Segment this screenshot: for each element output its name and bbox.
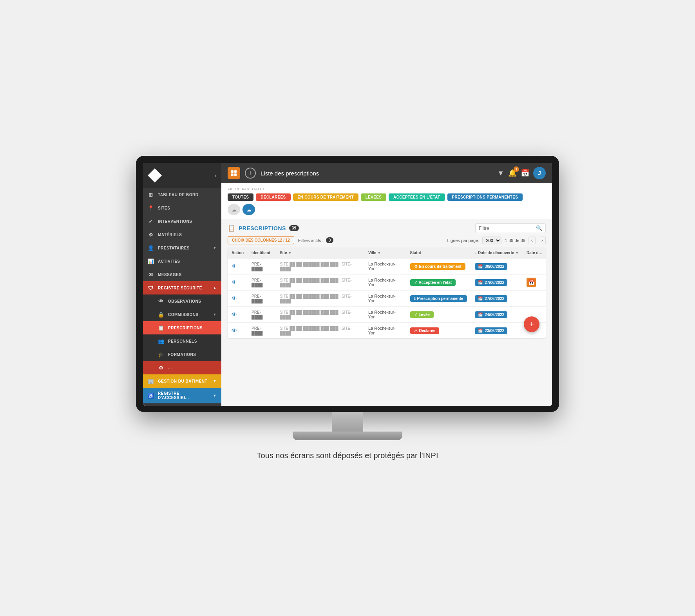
sidebar-item-formations[interactable]: 🎓 FORMATIONS [143,348,221,361]
grid-view-btn[interactable]: ☁ [243,204,255,215]
sort-icon: ▼ [288,251,291,255]
action-cell: 👁 [228,258,248,275]
ville-text: La Roche-sur-Yon [368,310,396,319]
monitor-screen: ‹ ⊞ TABLEAU DE BORD 📍 SITES ✓ INTERVENTI… [143,163,552,406]
date-decouverte-cell: 📅 30/06/2022 [471,258,523,275]
sidebar-item-autre[interactable]: ⚙ ... [143,361,221,374]
date-badge: 📅 30/06/2022 [475,263,507,270]
filter-en-cours[interactable]: EN COURS DE TRAITEMENT [293,193,358,201]
section-label: GESTION DU BÂTIMENT [158,379,207,383]
action-cell: 👁 [228,275,248,291]
sidebar-item-sites[interactable]: 📍 SITES [143,201,221,215]
site-cell: SITE ██ ██ ██████ ███ ███ | SITE-████ [276,307,364,323]
grid-menu-button[interactable] [228,167,240,179]
status-icon: ⚠ [414,329,418,333]
date-decouverte-cell: 📅 27/06/2022 [471,291,523,307]
sidebar-section-registre-securite[interactable]: 🛡 REGISTRE SÉCURITÉ ▲ [143,281,221,294]
prev-page-btn[interactable]: ‹ [528,237,536,244]
registre-icon: 🛡 [148,285,154,291]
ville-cell: La Roche-sur-Yon [364,323,406,339]
sidebar-label: PRESTATAIRES [158,246,190,250]
per-page-select[interactable]: 200 [482,237,501,244]
date-badge: 📅 27/06/2022 [475,279,507,286]
filter-icon[interactable]: ▼ [497,169,504,177]
filter-toutes[interactable]: TOUTES [228,193,253,201]
columns-chooser-button[interactable]: CHOIX DES COLONNES 12 / 12 [228,236,294,244]
table-title: 📋 PRESCRIPTIONS 39 [228,224,299,232]
monitor-stand-base [293,432,402,440]
sidebar-label: SITES [158,206,170,210]
filter-permanentes[interactable]: PRESCRIPTIONS PERMANENTES [447,193,523,201]
activites-icon: 📊 [148,258,154,264]
sidebar-item-tableau-de-bord[interactable]: ⊞ TABLEAU DE BORD [143,188,221,201]
per-page-label: Lignes par page: [447,238,479,243]
section-label: REGISTRE SÉCURITÉ [158,286,202,290]
statut-cell: ⚙ En cours de traitement [406,258,471,275]
ville-cell: La Roche-sur-Yon [364,258,406,275]
search-input[interactable] [479,226,534,231]
sidebar-item-prestataires[interactable]: 👤 PRESTATAIRES ▼ [143,241,221,255]
date-decouverte-cell: 📅 27/06/2022 [471,275,523,291]
status-badge: ⚙ En cours de traitement [410,263,465,270]
fab-add-button[interactable]: + [524,316,539,332]
calendar-icon: 📅 [478,329,483,333]
filter-declarees[interactable]: DÉCLARÉES [256,193,290,201]
status-icon: ℹ [414,296,416,301]
sidebar-label: FORMATIONS [168,352,196,357]
ville-text: La Roche-sur-Yon [368,326,396,335]
user-avatar[interactable]: J [533,167,546,179]
sidebar-item-personnels[interactable]: 👥 PERSONNELS [143,334,221,348]
identifiant-text: PRE-████ [252,326,262,335]
status-icon: ✓ [414,280,417,285]
prescriptions-doc-icon: 📋 [228,224,235,232]
view-row-btn[interactable]: 👁 [232,279,237,285]
prestataires-icon: 👤 [148,245,154,251]
sidebar-collapse-btn[interactable]: ‹ [215,172,217,179]
list-view-btn[interactable]: ☁ [228,204,240,215]
search-box: 🔍 [475,223,546,233]
table-row: 👁 PRE-████ SITE ██ ██ ██████ ███ ███ | S… [228,307,546,323]
personnels-icon: 👥 [158,338,164,344]
accessibilite-icon: ♿ [148,392,154,399]
logo-icon [148,168,162,182]
filter-acceptees[interactable]: ACCEPTÉES EN L'ÉTAT [389,193,445,201]
identifiant-cell: PRE-████ [248,275,276,291]
sidebar-item-prescriptions[interactable]: 📋 PRESCRIPTIONS [143,321,221,334]
view-row-btn[interactable]: 👁 [232,263,237,269]
table-controls: CHOIX DES COLONNES 12 / 12 Filtres actif… [228,236,546,244]
ville-text: La Roche-sur-Yon [368,294,396,303]
sidebar-label: MESSAGES [158,273,182,277]
table-row: 👁 PRE-████ SITE ██ ██ ██████ ███ ███ | S… [228,275,546,291]
sidebar-section-registre-accessibilite[interactable]: ♿ REGISTRE D'ACCESSIBI... ▼ [143,388,221,403]
date-badge: 📅 24/06/2022 [475,311,507,318]
sidebar-item-observations[interactable]: 👁 OBSERVATIONS [143,294,221,308]
sidebar-label: OBSERVATIONS [168,299,201,303]
sidebar-item-activites[interactable]: 📊 ACTIVITÉS [143,255,221,268]
view-row-btn[interactable]: 👁 [232,295,237,302]
filter-levees[interactable]: LEVÉES [361,193,386,201]
calendar-orange-icon: 📅 [527,278,536,287]
sites-icon: 📍 [148,205,154,211]
view-row-btn[interactable]: 👁 [232,311,237,318]
add-button[interactable]: + [245,168,256,179]
date-decouverte-cell: 📅 23/06/2022 [471,323,523,339]
topbar-actions: ▼ 🔔 3 📅 J [497,167,546,179]
sidebar-item-interventions[interactable]: ✓ INTERVENTIONS [143,215,221,228]
notification-badge: 3 [514,166,519,172]
sidebar-label: PERSONNELS [168,339,197,343]
sidebar-section-gestion-batiment[interactable]: 🏢 GESTION DU BÂTIMENT ▼ [143,374,221,388]
next-page-btn[interactable]: › [539,237,546,244]
col-date-decouverte: ↓ Date de découverte ▼ [471,247,523,258]
status-badge: ⚠ Déclarée [410,327,440,334]
sidebar-item-materiels[interactable]: ⚙ MATÉRIELS [143,228,221,241]
view-row-btn[interactable]: 👁 [232,327,237,334]
calendar-icon[interactable]: 📅 [521,169,529,177]
page-title: Liste des prescriptions [261,170,492,177]
calendar-icon: 📅 [478,313,483,317]
notification-icon[interactable]: 🔔 3 [508,169,517,177]
table-area: 📋 PRESCRIPTIONS 39 🔍 CHOIX DES COLONNES … [221,219,552,406]
filters-active-label: Filtres actifs : [298,238,324,243]
date-badge: 📅 27/06/2022 [475,295,507,302]
sidebar-item-commissions[interactable]: 🔒 COMMISSIONS ▼ [143,308,221,321]
sidebar-item-messages[interactable]: ✉ MESSAGES [143,268,221,281]
